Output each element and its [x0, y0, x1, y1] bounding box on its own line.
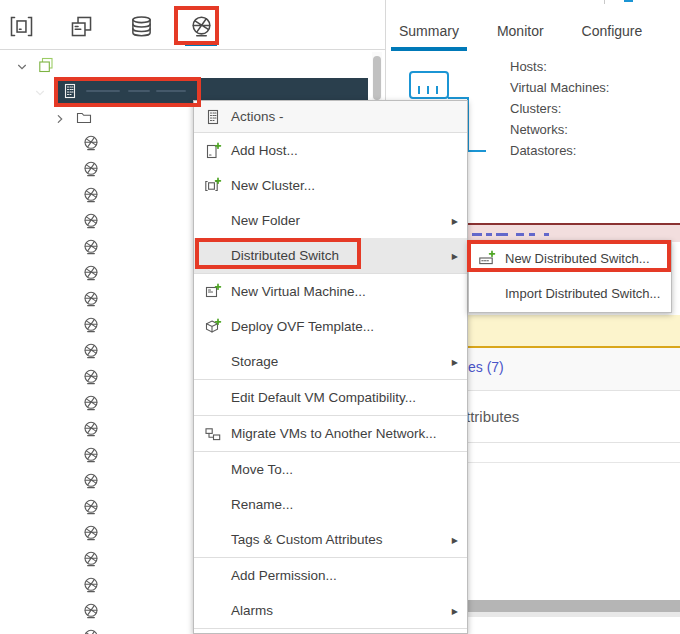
network-icon [82, 290, 100, 308]
summary-label: Networks: [510, 119, 609, 140]
clipped-attributes-heading: ttributes [466, 408, 519, 425]
tree-scrollbar-thumb[interactable] [373, 56, 381, 100]
clipped-alarm-link[interactable] [472, 233, 482, 236]
cluster-add-icon [204, 177, 224, 195]
object-header-clipped: GI-TECH.Datacenter [386, 0, 680, 8]
clipped-count-link[interactable]: es (7) [468, 359, 504, 375]
network-icon [82, 160, 100, 178]
host-add-icon [204, 142, 224, 160]
hosts-and-clusters-icon[interactable] [8, 13, 34, 39]
datacenter-icon [204, 108, 224, 126]
submenu-arrow-icon: ▶ [452, 606, 458, 615]
menu-item-migrate-vms-to-another-network[interactable]: Migrate VMs to Another Network... [194, 416, 467, 451]
menu-item-label: Tags & Custom Attributes [231, 532, 383, 547]
menu-item-add-host[interactable]: Add Host... [194, 133, 467, 168]
annotation-box-distributed-switch [195, 238, 361, 269]
network-icon [82, 342, 100, 360]
datacenter-icon [388, 0, 404, 5]
menu-item-label: Move To... [231, 462, 293, 477]
menu-item-rename[interactable]: Rename... [194, 487, 467, 522]
submenu-arrow-icon: ▶ [452, 251, 458, 260]
clipped-alarm-link[interactable] [516, 233, 524, 236]
menu-item-label: Edit Default VM Compatibility... [231, 390, 416, 405]
menu-item-label: Alarms [231, 603, 273, 618]
chevron-down-icon[interactable] [34, 85, 46, 97]
network-icon [82, 628, 100, 634]
menu-icon-spacer [204, 567, 224, 585]
network-icon [82, 212, 100, 230]
menu-item-new-virtual-machine[interactable]: New Virtual Machine... [194, 274, 467, 309]
vms-and-templates-icon[interactable] [68, 13, 94, 39]
network-icon [82, 576, 100, 594]
menu-icon-spacer [204, 496, 224, 514]
tab-summary[interactable]: Summary [398, 20, 460, 48]
actions-menu-fragment[interactable] [624, 0, 633, 2]
object-tabs: SummaryMonitorConfigurePermissions [386, 20, 680, 48]
submenu-arrow-icon: ▶ [452, 357, 458, 366]
ovf-add-icon [204, 318, 224, 336]
summary-label: Virtual Machines: [510, 77, 609, 98]
menu-item-label: Storage [231, 354, 278, 369]
migrate-icon [204, 425, 224, 443]
menu-item-new-folder[interactable]: New Folder▶ [194, 203, 467, 238]
clipped-alarm-link[interactable] [529, 233, 535, 236]
menu-item-deploy-ovf-template[interactable]: Deploy OVF Template... [194, 309, 467, 344]
menu-icon-spacer [204, 389, 224, 407]
context-menu: Actions -Add Host...New Cluster...New Fo… [193, 100, 468, 634]
menu-item-label: New Folder [231, 213, 300, 228]
network-icon [82, 238, 100, 256]
menu-icon-spacer [204, 212, 224, 230]
menu-item-label: Actions - [231, 109, 284, 124]
menu-item-add-permission[interactable]: Add Permission... [194, 558, 467, 593]
menu-item-new-cluster[interactable]: New Cluster... [194, 168, 467, 203]
header-divider [604, 0, 605, 4]
menu-item-label: Migrate VMs to Another Network... [231, 426, 437, 441]
summary-label: Clusters: [510, 98, 609, 119]
submenu-item-label: Import Distributed Switch... [505, 286, 660, 301]
annotation-box-datacenter-row [54, 77, 201, 107]
vsphere-client-window: GI-TECH.Datacenter SummaryMonitorConfigu… [0, 0, 680, 634]
chevron-right-icon[interactable] [54, 111, 66, 123]
annotation-box-networking-icon [174, 6, 219, 45]
menu-icon-spacer [204, 531, 224, 549]
storage-icon[interactable] [128, 13, 154, 39]
submenu-arrow-icon: ▶ [452, 535, 458, 544]
menu-item-label: New Virtual Machine... [231, 284, 366, 299]
menu-item-move-to[interactable]: Move To... [194, 452, 467, 487]
horizontal-scrollbar-track [466, 612, 680, 617]
menu-item-label: Deploy OVF Template... [231, 319, 374, 334]
summary-label: Datastores: [510, 140, 609, 161]
network-icon [82, 524, 100, 542]
network-icon [82, 602, 100, 620]
folder-icon [75, 108, 93, 126]
clipped-alarm-link[interactable] [486, 233, 492, 236]
clipped-alarm-link[interactable] [496, 233, 508, 236]
tree-item-vcenter[interactable] [0, 52, 368, 78]
tab-configure[interactable]: Configure [581, 20, 644, 48]
menu-item-alarms[interactable]: Alarms▶ [194, 593, 467, 628]
submenu-arrow-icon: ▶ [452, 216, 458, 225]
network-icon [82, 420, 100, 438]
menu-separator [194, 628, 467, 629]
clipped-alarm-link[interactable] [544, 233, 549, 236]
menu-item-storage[interactable]: Storage▶ [194, 344, 467, 379]
network-icon [82, 316, 100, 334]
menu-item-label: Add Permission... [231, 568, 337, 583]
network-icon [82, 498, 100, 516]
menu-item-label: Add Host... [231, 143, 298, 158]
network-icon [82, 186, 100, 204]
menu-icon-spacer [204, 461, 224, 479]
menu-item-edit-default-vm-compatibility[interactable]: Edit Default VM Compatibility... [194, 380, 467, 415]
network-icon [82, 550, 100, 568]
horizontal-scrollbar[interactable] [466, 600, 680, 612]
network-icon [82, 264, 100, 282]
tab-monitor[interactable]: Monitor [496, 20, 545, 48]
chevron-down-icon[interactable] [16, 59, 28, 71]
menu-item-tags-custom-attributes[interactable]: Tags & Custom Attributes▶ [194, 522, 467, 557]
menu-header-actions: Actions - [194, 101, 467, 132]
vcenter-icon [37, 56, 55, 74]
summary-stat-labels: Hosts:Virtual Machines:Clusters:Networks… [510, 56, 609, 161]
submenu-item-import-distributed-switch[interactable]: Import Distributed Switch... [469, 276, 671, 311]
network-icon [82, 134, 100, 152]
network-icon [82, 472, 100, 490]
